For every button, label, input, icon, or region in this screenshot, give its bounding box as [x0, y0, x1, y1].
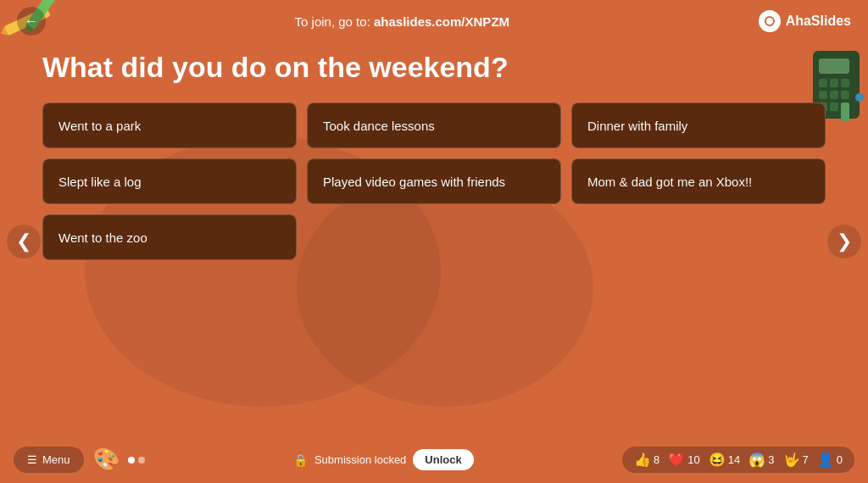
join-url: ahaslides.com/XNPZM [374, 14, 509, 29]
answer-text-1: Went to a park [58, 119, 141, 133]
menu-lines-icon: ☰ [27, 453, 37, 466]
answer-card-5[interactable]: Played video games with friends [307, 158, 561, 204]
back-button[interactable]: ← [17, 7, 46, 36]
answer-text-3: Dinner with family [587, 119, 687, 133]
dot-indicators [128, 457, 145, 464]
answer-card-2[interactable]: Took dance lessons [307, 103, 561, 148]
rock-count: 7 [803, 453, 809, 466]
dot-active [128, 457, 135, 464]
reaction-heart: ❤️ 10 [668, 452, 699, 468]
join-info: To join, go to: ahaslides.com/XNPZM [295, 14, 509, 29]
thumbsup-count: 8 [654, 453, 659, 466]
question-title: What did you do on the weekend? [42, 51, 826, 84]
submission-locked-text: Submission locked [314, 453, 406, 466]
dot-inactive-1 [138, 457, 145, 464]
menu-label: Menu [42, 453, 70, 466]
nav-prev-button[interactable]: ❮ [7, 225, 41, 258]
left-arrow-icon: ❮ [16, 230, 31, 253]
heart-icon: ❤️ [668, 452, 685, 468]
person-count: 0 [837, 453, 843, 466]
answer-card-3[interactable]: Dinner with family [571, 103, 826, 148]
answer-text-6: Mom & dad got me an Xbox!! [587, 175, 752, 189]
palette-decoration: 🎨 [92, 447, 120, 473]
laugh-count: 14 [728, 453, 740, 466]
logo-text: AhaSlides [786, 14, 851, 29]
menu-button[interactable]: ☰ Menu [14, 447, 84, 473]
answer-card-7[interactable]: Went to the zoo [42, 214, 297, 260]
header: ← To join, go to: ahaslides.com/XNPZM Ah… [0, 0, 868, 42]
person-icon: 👤 [817, 452, 834, 468]
answer-text-2: Took dance lessons [323, 119, 435, 133]
rock-icon: 🤟 [783, 452, 800, 468]
shocked-count: 3 [768, 453, 774, 466]
answer-text-4: Slept like a log [58, 175, 142, 189]
reaction-laugh: 😆 14 [709, 452, 740, 468]
logo-icon [759, 10, 781, 32]
reaction-rock: 🤟 7 [783, 452, 809, 468]
reaction-thumbsup: 👍 8 [634, 452, 659, 468]
right-arrow-icon: ❯ [837, 230, 852, 253]
reactions-bar: 👍 8 ❤️ 10 😆 14 😱 3 🤟 7 👤 0 [622, 447, 854, 473]
unlock-button[interactable]: Unlock [413, 449, 473, 470]
answer-text-5: Played video games with friends [323, 175, 505, 189]
thumbsup-icon: 👍 [634, 452, 651, 468]
lock-icon: 🔒 [293, 453, 308, 467]
heart-count: 10 [687, 453, 699, 466]
submission-locked-area: 🔒 Submission locked Unlock [293, 449, 474, 470]
main-content: What did you do on the weekend? Went to … [0, 42, 868, 260]
bottom-bar: ☰ Menu 🎨 🔒 Submission locked Unlock 👍 8 … [0, 436, 868, 483]
reaction-person: 👤 0 [817, 452, 843, 468]
shocked-icon: 😱 [748, 452, 765, 468]
reaction-shocked: 😱 3 [748, 452, 774, 468]
ahaslides-logo: AhaSlides [759, 10, 851, 32]
answer-card-4[interactable]: Slept like a log [42, 158, 297, 204]
answer-card-1[interactable]: Went to a park [42, 103, 297, 148]
answer-grid: Went to a park Took dance lessons Dinner… [42, 103, 826, 260]
answer-card-6[interactable]: Mom & dad got me an Xbox!! [571, 158, 826, 204]
answer-text-7: Went to the zoo [58, 230, 147, 245]
nav-next-button[interactable]: ❯ [827, 225, 861, 258]
laugh-icon: 😆 [709, 452, 726, 468]
